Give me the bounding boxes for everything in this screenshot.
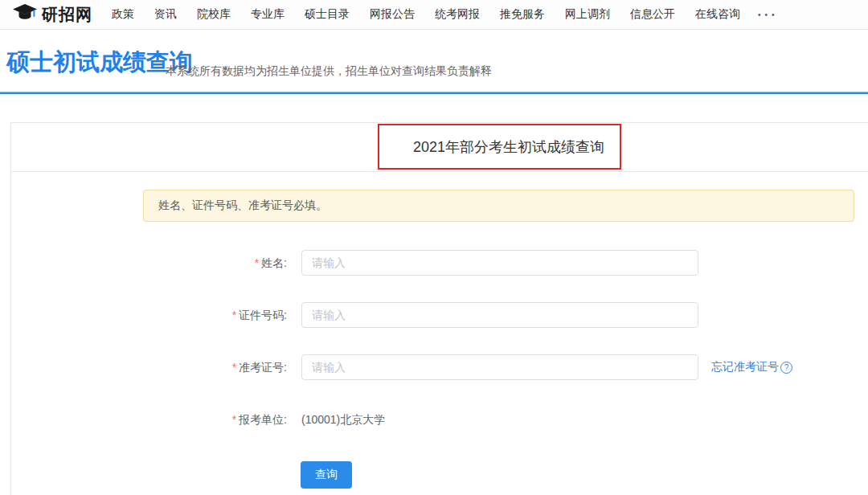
- site-logo[interactable]: 研招网: [13, 4, 92, 26]
- required-fields-notice: 姓名、证件号码、准考证号必填。: [143, 190, 854, 222]
- institution-label: *报考单位:: [145, 407, 287, 432]
- required-asterisk: *: [232, 361, 236, 374]
- site-logo-text: 研招网: [42, 4, 92, 26]
- required-asterisk: *: [232, 309, 236, 321]
- help-question-icon[interactable]: ?: [780, 362, 792, 374]
- name-input[interactable]: [301, 250, 698, 276]
- nav-item-major-library[interactable]: 专业库: [251, 7, 285, 22]
- query-button[interactable]: 查询: [301, 461, 352, 489]
- nav-item-unified-exam-report[interactable]: 统考网报: [435, 7, 480, 22]
- nav-item-college-library[interactable]: 院校库: [197, 7, 231, 22]
- panel-title-row: 2021年部分考生初试成绩查询: [11, 123, 868, 172]
- nav-item-info-disclosure[interactable]: 信息公开: [630, 7, 675, 22]
- required-asterisk: *: [232, 413, 236, 426]
- name-label: *姓名:: [145, 250, 287, 276]
- forgot-ticket-link[interactable]: 忘记准考证号 ?: [711, 360, 792, 374]
- nav-item-master-catalog[interactable]: 硕士目录: [305, 7, 350, 22]
- notice-text: 姓名、证件号码、准考证号必填。: [158, 198, 327, 213]
- nav-item-exempt-service[interactable]: 推免服务: [500, 7, 545, 22]
- page-subtitle: 本系统所有数据均为招生单位提供，招生单位对查询结果负责解释: [166, 64, 492, 79]
- panel-title: 2021年部分考生初试成绩查询: [413, 137, 604, 157]
- header-divider: [0, 92, 868, 94]
- ticket-number-input[interactable]: [301, 354, 698, 380]
- id-number-label: *证件号码:: [145, 302, 287, 328]
- nav-item-policy[interactable]: 政策: [112, 7, 134, 22]
- id-number-input[interactable]: [301, 302, 698, 328]
- nav-item-news[interactable]: 资讯: [154, 7, 177, 22]
- nav-item-online-adjustment[interactable]: 网上调剂: [565, 7, 610, 22]
- top-nav: 研招网 政策 资讯 院校库 专业库 硕士目录 网报公告 统考网报 推免服务 网上…: [0, 0, 868, 30]
- page: 研招网 政策 资讯 院校库 专业库 硕士目录 网报公告 统考网报 推免服务 网上…: [0, 0, 868, 495]
- nav-item-online-report-notice[interactable]: 网报公告: [370, 7, 415, 22]
- ticket-number-label: *准考证号:: [145, 354, 287, 380]
- nav-menu: 政策 资讯 院校库 专业库 硕士目录 网报公告 统考网报 推免服务 网上调剂 信…: [112, 7, 740, 22]
- nav-item-online-consult[interactable]: 在线咨询: [695, 7, 740, 22]
- nav-more-dots[interactable]: •••: [758, 10, 779, 19]
- institution-value: (10001)北京大学: [301, 407, 385, 432]
- graduation-cap-icon: [13, 4, 37, 26]
- required-asterisk: *: [255, 256, 259, 269]
